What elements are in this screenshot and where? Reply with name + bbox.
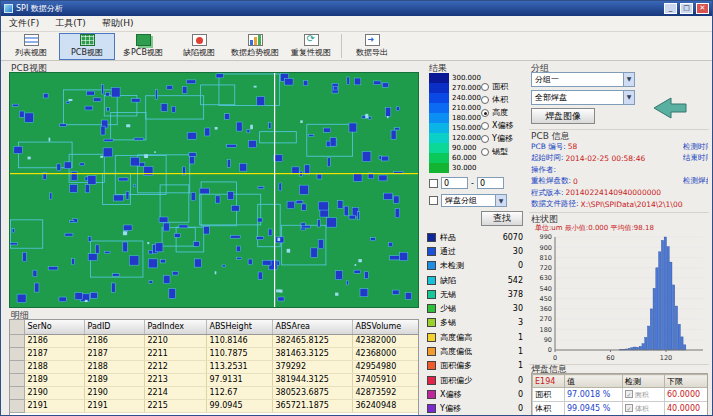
category-row[interactable]: Y偏移0 — [427, 402, 523, 416]
category-row[interactable]: 多锡3 — [427, 316, 523, 330]
table-row[interactable]: 21912191221599.0945365721.187536240948 — [10, 399, 419, 412]
category-label: X偏移 — [440, 389, 514, 400]
display-mode-option[interactable]: 面积 — [481, 80, 513, 93]
table-row[interactable]: 218621862210110.8146382465.812542382000 — [10, 334, 419, 347]
menu-tools[interactable]: 工具(T) — [47, 16, 94, 31]
detail-header-row: SerNoPadIDPadIndexABSHeightABSAreaABSVol… — [10, 320, 419, 334]
radio-button-icon[interactable] — [481, 83, 489, 91]
category-row[interactable]: 面积偏多1 — [427, 359, 523, 373]
menu-file[interactable]: 文件(F) — [1, 16, 47, 31]
row-selector-cell[interactable] — [10, 347, 24, 360]
display-mode-option[interactable]: 体积 — [481, 93, 513, 106]
pad-group-checkbox[interactable] — [429, 196, 438, 205]
checkbox-icon[interactable]: ✓ — [625, 390, 633, 398]
pad-select[interactable]: 全部焊盘 ▼ — [531, 90, 635, 105]
category-row[interactable]: 高度偏高1 — [427, 330, 523, 344]
pad-group-select[interactable]: 焊盘分组 ▼ — [441, 194, 507, 207]
previous-pad-arrow-icon[interactable] — [651, 95, 689, 121]
menu-help[interactable]: 帮助(H) — [94, 16, 142, 31]
detail-column-header[interactable]: ABSVolume — [352, 320, 419, 334]
row-selector-cell[interactable] — [10, 386, 24, 399]
find-button[interactable]: 查找 — [481, 211, 523, 226]
category-label: 面积偏多 — [440, 360, 514, 371]
table-row: 面积97.0018 %✓面积60.0000 — [533, 388, 708, 402]
range-filter-checkbox[interactable] — [429, 179, 438, 188]
close-button-icon[interactable]: ✕ — [696, 3, 709, 14]
svg-text:270: 270 — [540, 315, 552, 323]
svg-text:120: 120 — [660, 354, 672, 362]
category-row[interactable]: 无锡378 — [427, 287, 523, 301]
toolbar-button-defect-view[interactable]: 缺陷视图 — [171, 33, 227, 60]
detail-column-header[interactable]: ABSHeight — [206, 320, 272, 334]
category-row[interactable]: 面积偏少0 — [427, 373, 523, 387]
toolbar-button-repeat-view[interactable]: 重复性视图 — [283, 33, 339, 60]
detail-table: SerNoPadIDPadIndexABSHeightABSAreaABSVol… — [9, 319, 419, 416]
color-scale-swatch — [429, 83, 449, 93]
range-max-input[interactable] — [477, 177, 504, 189]
detail-cell: 36240948 — [352, 399, 419, 412]
pcb-info-label: 起始时间: — [531, 153, 564, 163]
checkbox-icon[interactable]: ✓ — [625, 404, 633, 412]
display-mode-option[interactable]: 高度 — [481, 106, 513, 119]
detail-column-header[interactable]: PadID — [84, 320, 144, 334]
pad-info-column-header: 检测 — [623, 375, 665, 388]
row-selector-cell[interactable] — [10, 399, 24, 412]
radio-button-icon[interactable] — [481, 122, 489, 130]
group-select[interactable]: 分组一 ▼ — [531, 72, 635, 87]
minimize-button-icon[interactable]: _ — [664, 3, 677, 14]
pad-metric-limit: 60.0000 — [665, 388, 708, 402]
display-mode-option[interactable]: 锡型 — [481, 145, 513, 158]
repeat-view-icon — [304, 34, 319, 46]
svg-text:0: 0 — [548, 346, 552, 354]
color-scale-value: 270.000 — [452, 84, 481, 92]
trend-view-icon — [248, 34, 263, 46]
category-count: 0 — [518, 261, 523, 270]
detail-cell: 112.67 — [206, 386, 272, 399]
toolbar-button-trend-view[interactable]: 数据趋势视图 — [227, 33, 283, 60]
row-selector-cell[interactable] — [10, 373, 24, 386]
table-row[interactable]: 219021902214112.67380523.687542873592 — [10, 386, 419, 399]
radio-button-icon[interactable] — [481, 109, 489, 117]
row-selector-cell[interactable] — [10, 334, 24, 347]
category-row[interactable]: 样品6070 — [427, 230, 523, 244]
toolbar-button-pcb-view[interactable]: PCB视图 — [59, 33, 115, 60]
toolbar-button-multi-pcb-view[interactable]: 多PCB视图 — [115, 33, 171, 60]
detail-cell: 42954980 — [352, 360, 419, 373]
range-min-input[interactable] — [441, 177, 468, 189]
pcb-canvas[interactable] — [9, 72, 419, 308]
display-mode-option[interactable]: Y偏移 — [481, 132, 513, 145]
detail-cell: 2186 — [24, 334, 84, 347]
category-color-swatch — [427, 390, 436, 399]
table-row[interactable]: 218721872211110.7875381463.312542368000 — [10, 347, 419, 360]
detail-column-header[interactable]: ABSArea — [272, 320, 352, 334]
group-select-value: 分组一 — [532, 74, 623, 85]
table-row[interactable]: 218821882212113.253137929242954980 — [10, 360, 419, 373]
category-color-swatch — [427, 233, 436, 242]
detail-column-header[interactable]: SerNo — [24, 320, 84, 334]
row-selector-cell[interactable] — [10, 360, 24, 373]
svg-text:810: 810 — [540, 254, 552, 262]
color-scale-value: 240.000 — [452, 94, 481, 102]
category-row[interactable]: 高度偏低1 — [427, 344, 523, 358]
color-scale-value: 210.000 — [452, 104, 481, 112]
table-row[interactable]: 21892189221397.9131381944.312537405910 — [10, 373, 419, 386]
category-row[interactable]: 通过30 — [427, 244, 523, 258]
detail-column-header[interactable]: PadIndex — [144, 320, 206, 334]
radio-button-icon[interactable] — [481, 135, 489, 143]
pad-image-button[interactable]: 焊盘图像 — [531, 108, 595, 124]
svg-text:0: 0 — [553, 354, 557, 362]
toolbar-button-list-view[interactable]: 列表视图 — [3, 33, 59, 60]
color-scale-value: 90.000 — [452, 144, 477, 152]
maximize-button-icon[interactable]: □ — [680, 3, 693, 14]
display-mode-option[interactable]: X偏移 — [481, 119, 513, 132]
chevron-down-icon: ▼ — [623, 73, 634, 86]
category-row[interactable]: 缺陷542 — [427, 273, 523, 287]
radio-button-icon[interactable] — [481, 96, 489, 104]
radio-button-icon[interactable] — [481, 148, 489, 156]
color-scale-swatch — [429, 73, 449, 83]
toolbar-button-export[interactable]: 数据导出 — [344, 33, 400, 60]
category-row[interactable]: 少锡30 — [427, 301, 523, 315]
category-row[interactable]: 未检测0 — [427, 259, 523, 273]
category-row[interactable]: X偏移0 — [427, 387, 523, 401]
detail-cell: 113.2531 — [206, 360, 272, 373]
